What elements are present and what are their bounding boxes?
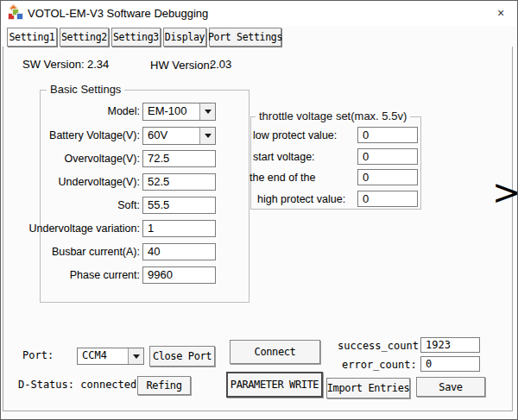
battery-voltage-value: 60V [143, 128, 199, 144]
model-label: Model: [24, 104, 140, 118]
overvoltage-label: Overvoltage(V): [24, 152, 140, 166]
success-count-label: success_count: [338, 340, 425, 352]
low-protect-label: low protect value: [253, 129, 337, 142]
dstatus-label: D-Status: connected [18, 379, 136, 391]
hw-version-label: HW Version: [150, 59, 212, 72]
throttle-voltage-title: throttle voltage set(max. 5.5v) [256, 110, 410, 122]
port-label: Port: [22, 349, 54, 361]
tab-port-settings[interactable]: Port Settings [209, 28, 281, 47]
model-value: EM-100 [143, 103, 199, 120]
close-icon[interactable]: × [490, 3, 512, 22]
connect-button[interactable]: Connect [230, 340, 320, 364]
tab-setting3[interactable]: Setting3 [111, 28, 161, 47]
port-value: CCM4 [78, 348, 128, 364]
low-protect-input[interactable]: 0 [357, 127, 418, 143]
chevron-down-icon [205, 134, 212, 138]
port-dropdown-button[interactable] [128, 348, 143, 364]
busbar-current-input[interactable]: 40 [142, 243, 216, 260]
error-count-label: error_count: [342, 359, 417, 371]
end-of-the-label: the end of the [250, 171, 315, 185]
undervoltage-variation-label: Undervoltage variation: [24, 222, 140, 235]
app-window: VOTOL-EM-V3 Software Debugging × Setting… [0, 0, 518, 420]
undervoltage-label: Undervoltage(V): [24, 175, 140, 189]
phase-current-input[interactable]: 9960 [142, 266, 216, 284]
chevron-down-icon [133, 354, 140, 359]
sw-version-label: SW Version: [22, 58, 85, 71]
expand-arrow[interactable]: > [492, 173, 515, 211]
error-count-input[interactable]: 0 [420, 356, 480, 372]
tab-display[interactable]: Display [163, 28, 206, 47]
title-bar: VOTOL-EM-V3 Software Debugging × [1, 1, 517, 26]
high-protect-label: high protect value: [257, 192, 345, 206]
overvoltage-input[interactable]: 72.5 [142, 150, 216, 167]
icon-block-blue [16, 13, 23, 20]
high-protect-input[interactable]: 0 [357, 191, 418, 207]
start-voltage-input[interactable]: 0 [357, 148, 418, 165]
refing-button[interactable]: Refing [137, 376, 191, 395]
hw-version-value: 2.03 [210, 58, 231, 71]
model-combobox[interactable]: EM-100 [142, 103, 216, 121]
port-combobox[interactable]: CCM4 [77, 348, 144, 365]
end-of-the-input[interactable]: 0 [357, 169, 418, 185]
soft-input[interactable]: 55.5 [142, 197, 216, 214]
battery-voltage-dropdown-button[interactable] [199, 128, 215, 144]
model-dropdown-button[interactable] [199, 103, 215, 120]
phase-current-label: Phase current: [24, 268, 140, 282]
app-icon [8, 6, 24, 21]
undervoltage-input[interactable]: 52.5 [142, 173, 216, 191]
success-count-input[interactable]: 1923 [420, 337, 480, 353]
import-entries-button[interactable]: Import Entries [326, 378, 410, 398]
battery-voltage-combobox[interactable]: 60V [142, 127, 216, 145]
parameter-write-button[interactable]: PARAMETER WRITE [226, 372, 323, 398]
battery-voltage-label: Battery Voltage(V): [24, 129, 140, 142]
chevron-down-icon [205, 110, 212, 114]
window-title: VOTOL-EM-V3 Software Debugging [28, 7, 208, 20]
basic-settings-title: Basic Settings [47, 83, 124, 96]
save-button[interactable]: Save [416, 377, 485, 397]
undervoltage-variation-input[interactable]: 1 [142, 220, 216, 237]
tab-setting2[interactable]: Setting2 [60, 28, 109, 47]
sw-version-value: 2.34 [87, 58, 109, 71]
tab-setting1[interactable]: Setting1 [7, 28, 57, 47]
close-port-button[interactable]: Close Port [149, 346, 215, 367]
busbar-current-label: Busbar current(A): [24, 245, 140, 259]
start-voltage-label: start voltage: [253, 150, 315, 164]
soft-label: Soft: [24, 198, 140, 212]
